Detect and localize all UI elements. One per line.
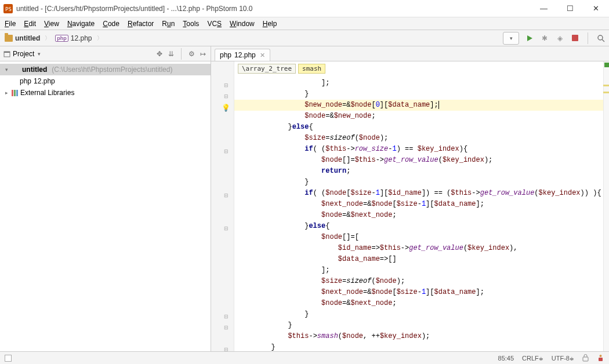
project-tool-header: Project ▾ ✥ ⇊ ⚙ ↦ [0, 46, 211, 61]
status-square-icon[interactable] [5, 355, 12, 362]
project-tool-label[interactable]: Project ▾ [3, 50, 41, 58]
expand-icon[interactable]: ▾ [3, 67, 9, 72]
tab-12-php[interactable]: php 12.php ✕ [215, 49, 270, 61]
svg-rect-7 [583, 357, 588, 361]
libraries-icon [12, 90, 18, 96]
minimize-button[interactable]: — [531, 0, 557, 17]
editor-gutter[interactable]: ⊟ ⊟ 💡 ⊟ ⊟ ⊟ ⊟ ⊟ ⊟ [211, 61, 234, 351]
intention-bulb-icon[interactable]: 💡 [222, 104, 230, 112]
file-encoding[interactable]: UTF-8≑ [552, 355, 574, 362]
project-tool-window: Project ▾ ✥ ⇊ ⚙ ↦ ▾ untitled (C:\Users\h… [0, 46, 211, 351]
chevron-right-icon: 〉 [45, 34, 50, 42]
menu-navigate[interactable]: Navigate [67, 20, 95, 28]
php-file-icon: php [55, 35, 68, 42]
editor-tabs: php 12.php ✕ [211, 46, 609, 61]
editor-area: php 12.php ✕ ⊟ ⊟ 💡 ⊟ ⊟ ⊟ ⊟ ⊟ ⊟ \array_2_… [211, 46, 609, 351]
readonly-toggle-icon[interactable] [582, 354, 589, 362]
window-title: untitled - [C:/Users/ht/PhpstormProjects… [16, 5, 531, 13]
navigation-bar: untitled 〉 php 12.php 〉 ▾ ✱ ◈ [0, 30, 609, 46]
menu-window[interactable]: Window [230, 20, 255, 28]
fold-marker[interactable]: ⊟ [224, 347, 229, 351]
breadcrumb: untitled 〉 php 12.php 〉 [5, 34, 105, 42]
tree-external-libraries[interactable]: ▸ External Libraries [0, 87, 211, 99]
svg-rect-6 [4, 52, 10, 53]
chevron-right-icon: 〉 [97, 34, 103, 42]
menu-refactor[interactable]: Refactor [128, 20, 154, 28]
tree-root-label: untitled [22, 65, 47, 74]
expand-icon[interactable]: ▸ [3, 90, 9, 96]
coverage-icon[interactable]: ◈ [555, 34, 564, 43]
editor-body: ⊟ ⊟ 💡 ⊟ ⊟ ⊟ ⊟ ⊟ ⊟ \array_2_tree smash ]; [211, 61, 609, 351]
svg-text:PS: PS [5, 6, 12, 12]
menu-tools[interactable]: Tools [183, 20, 199, 28]
tree-root-path: (C:\Users\ht\PhpstormProjects\untitled) [52, 65, 172, 74]
line-separator[interactable]: CRLF≑ [522, 355, 543, 362]
svg-rect-9 [599, 358, 603, 361]
svg-rect-2 [572, 35, 578, 41]
toolbar-run-controls: ▾ ✱ ◈ [503, 32, 606, 45]
caret-position[interactable]: 85:45 [498, 355, 514, 362]
fold-marker[interactable]: ⊟ [224, 225, 229, 231]
menu-edit[interactable]: Edit [24, 20, 36, 28]
svg-point-3 [598, 35, 603, 40]
fold-marker[interactable]: ⊟ [224, 325, 229, 330]
title-bar: PS untitled - [C:/Users/ht/PhpstormProje… [0, 0, 609, 17]
debug-icon[interactable]: ✱ [540, 34, 549, 43]
fold-marker[interactable]: ⊟ [224, 148, 229, 154]
folder-icon [12, 66, 20, 73]
close-button[interactable]: ✕ [583, 0, 609, 17]
warning-marker[interactable] [603, 92, 609, 93]
gear-icon[interactable]: ⚙ [187, 50, 195, 58]
breadcrumb-file[interactable]: 12.php [71, 34, 92, 42]
fold-marker[interactable]: ⊟ [224, 82, 229, 88]
tree-ext-lib-label: External Libraries [20, 89, 74, 97]
breadcrumb-fn1[interactable]: \array_2_tree [238, 64, 296, 74]
menu-help[interactable]: Help [263, 20, 277, 28]
menu-code[interactable]: Code [103, 20, 119, 28]
scroll-from-source-icon[interactable]: ✥ [155, 50, 164, 58]
editor-breadcrumb: \array_2_tree smash [238, 64, 325, 74]
hector-icon[interactable] [597, 354, 604, 362]
inspection-status-icon[interactable] [604, 63, 609, 67]
app-icon: PS [3, 4, 13, 13]
breadcrumb-fn2[interactable]: smash [298, 64, 325, 74]
tree-file-label: 12.php [34, 77, 55, 85]
tree-file[interactable]: php 12.php [0, 75, 211, 87]
menu-bar: File Edit View Navigate Code Refactor Ru… [0, 17, 609, 30]
run-config-dropdown[interactable]: ▾ [503, 32, 519, 45]
hide-icon[interactable]: ↦ [199, 50, 207, 58]
php-file-icon: php [20, 77, 31, 85]
close-tab-icon[interactable]: ✕ [260, 52, 265, 59]
code-text[interactable]: ]; } $new_node=&$node[0][$data_name]; $n… [234, 78, 609, 351]
error-stripe[interactable] [603, 61, 609, 351]
folder-icon [5, 35, 13, 42]
menu-file[interactable]: File [5, 20, 16, 28]
fold-marker[interactable]: ⊟ [224, 93, 229, 99]
window-controls: — ☐ ✕ [531, 0, 609, 17]
tree-root[interactable]: ▾ untitled (C:\Users\ht\PhpstormProjects… [0, 64, 211, 75]
menu-run[interactable]: Run [162, 20, 175, 28]
breadcrumb-root[interactable]: untitled [15, 34, 40, 42]
chevron-down-icon: ▾ [38, 51, 41, 57]
tab-label: 12.php [234, 51, 256, 59]
fold-marker[interactable]: ⊟ [224, 314, 229, 319]
menu-vcs[interactable]: VCS [207, 20, 222, 28]
menu-view[interactable]: View [44, 20, 59, 28]
svg-line-4 [602, 39, 604, 42]
fold-marker[interactable]: ⊟ [224, 192, 229, 198]
main-split: Project ▾ ✥ ⇊ ⚙ ↦ ▾ untitled (C:\Users\h… [0, 46, 609, 351]
maximize-button[interactable]: ☐ [557, 0, 583, 17]
collapse-all-icon[interactable]: ⇊ [167, 50, 175, 58]
php-file-icon: php [220, 51, 231, 59]
code-area[interactable]: \array_2_tree smash ]; } $new_node=&$nod… [234, 61, 609, 351]
svg-point-8 [600, 355, 602, 357]
stop-icon[interactable] [570, 34, 579, 43]
run-icon[interactable] [525, 34, 534, 43]
status-bar: 85:45 CRLF≑ UTF-8≑ [0, 351, 609, 364]
search-icon[interactable] [596, 34, 606, 43]
project-icon [3, 50, 10, 57]
project-tree[interactable]: ▾ untitled (C:\Users\ht\PhpstormProjects… [0, 61, 211, 101]
warning-marker[interactable] [603, 85, 609, 86]
